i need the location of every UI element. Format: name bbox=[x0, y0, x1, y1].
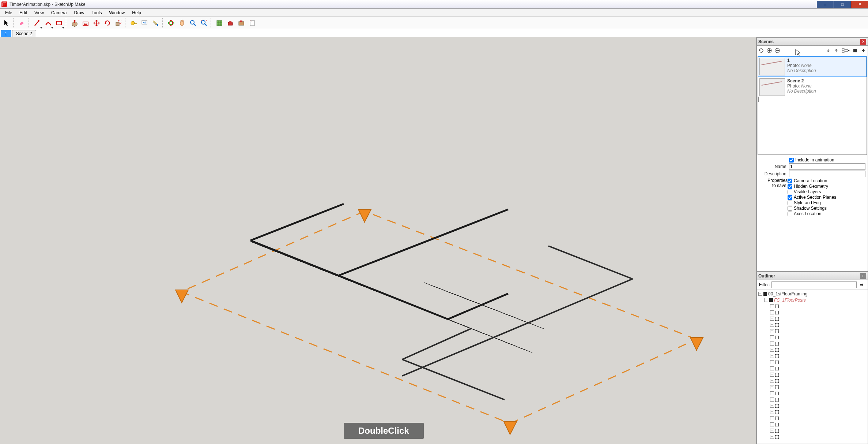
scene-move-down-button[interactable] bbox=[824, 47, 832, 54]
layout-tool[interactable] bbox=[247, 18, 257, 28]
expand-icon[interactable]: + bbox=[770, 342, 774, 346]
expand-icon[interactable]: + bbox=[770, 379, 774, 383]
menu-view[interactable]: View bbox=[31, 10, 48, 16]
prop-checkbox[interactable] bbox=[788, 212, 792, 216]
expand-icon[interactable]: + bbox=[770, 354, 774, 358]
tree-row[interactable]: –00_1stFloorFraming bbox=[758, 291, 866, 297]
tree-row[interactable]: + bbox=[758, 347, 866, 353]
tree-row[interactable]: + bbox=[758, 365, 866, 372]
arc-tool[interactable] bbox=[43, 18, 53, 28]
prop-checkbox[interactable] bbox=[788, 179, 792, 183]
scale-tool[interactable] bbox=[113, 18, 124, 28]
expand-icon[interactable]: + bbox=[770, 435, 774, 439]
expand-icon[interactable]: + bbox=[770, 404, 774, 408]
scene-menu-button[interactable] bbox=[852, 47, 859, 54]
geolocation-tool[interactable] bbox=[214, 18, 224, 28]
pushpull-tool[interactable] bbox=[69, 18, 80, 28]
tree-row[interactable]: + bbox=[758, 309, 866, 316]
extension-tool[interactable] bbox=[236, 18, 246, 28]
expand-icon[interactable]: + bbox=[770, 304, 774, 308]
tree-row[interactable]: + bbox=[758, 428, 866, 434]
move-tool[interactable] bbox=[91, 18, 102, 28]
tree-row[interactable]: + bbox=[758, 403, 866, 409]
maximize-button[interactable]: □ bbox=[834, 1, 851, 8]
expand-icon[interactable]: + bbox=[770, 366, 774, 370]
pan-tool[interactable] bbox=[177, 18, 187, 28]
eraser-tool[interactable] bbox=[17, 18, 27, 28]
tree-row[interactable]: + bbox=[758, 334, 866, 340]
tree-row[interactable]: + bbox=[758, 390, 866, 396]
menu-draw[interactable]: Draw bbox=[71, 10, 88, 16]
tree-row[interactable]: + bbox=[758, 316, 866, 322]
tree-row[interactable]: + bbox=[758, 372, 866, 378]
expand-icon[interactable]: + bbox=[770, 317, 774, 321]
tree-row[interactable]: –FC_1FloorPosts bbox=[758, 297, 866, 303]
tree-row[interactable]: + bbox=[758, 415, 866, 421]
text-tool[interactable]: A1 bbox=[140, 18, 150, 28]
prop-checkbox[interactable] bbox=[788, 190, 792, 194]
scene-view-button[interactable] bbox=[841, 47, 851, 54]
prop-checkbox[interactable] bbox=[788, 184, 792, 189]
shape-tool[interactable] bbox=[54, 18, 64, 28]
menu-camera[interactable]: Camera bbox=[48, 10, 71, 16]
tree-row[interactable]: + bbox=[758, 396, 866, 403]
scene-move-up-button[interactable] bbox=[833, 47, 840, 54]
expand-icon[interactable]: – bbox=[758, 292, 762, 296]
scene-name-input[interactable] bbox=[789, 163, 865, 170]
outliner-filter-input[interactable] bbox=[771, 281, 857, 288]
expand-icon[interactable]: + bbox=[770, 422, 774, 426]
scene-tab[interactable]: Scene 2 bbox=[12, 30, 36, 37]
line-tool[interactable] bbox=[32, 18, 42, 28]
scene-item[interactable]: 1 Photo: None No Description bbox=[758, 56, 867, 77]
tree-row[interactable]: + bbox=[758, 359, 866, 365]
expand-icon[interactable]: + bbox=[770, 373, 774, 377]
tree-row[interactable]: + bbox=[758, 303, 866, 309]
zoom-tool[interactable] bbox=[188, 18, 198, 28]
warehouse-tool[interactable] bbox=[225, 18, 235, 28]
prop-checkbox[interactable] bbox=[788, 195, 792, 200]
outliner-close-icon[interactable]: □ bbox=[860, 273, 866, 279]
expand-icon[interactable]: + bbox=[770, 385, 774, 389]
select-tool[interactable] bbox=[1, 18, 12, 28]
tree-row[interactable]: + bbox=[758, 409, 866, 415]
tree-row[interactable]: + bbox=[758, 384, 866, 390]
scene-desc-input[interactable] bbox=[789, 171, 865, 177]
close-button[interactable]: ✕ bbox=[851, 1, 868, 8]
expand-icon[interactable]: + bbox=[770, 391, 774, 395]
tape-tool[interactable] bbox=[129, 18, 139, 28]
scene-refresh-button[interactable] bbox=[758, 47, 765, 54]
rotate-tool[interactable] bbox=[102, 18, 113, 28]
zoom-extents-tool[interactable] bbox=[199, 18, 209, 28]
orbit-tool[interactable] bbox=[166, 18, 176, 28]
expand-icon[interactable]: + bbox=[770, 335, 774, 339]
tree-row[interactable]: + bbox=[758, 328, 866, 334]
menu-file[interactable]: File bbox=[1, 10, 16, 16]
tree-row[interactable]: + bbox=[758, 378, 866, 384]
scene-remove-button[interactable] bbox=[774, 47, 781, 54]
scenes-panel-close[interactable]: ✕ bbox=[860, 39, 866, 45]
outliner-details-button[interactable] bbox=[858, 281, 865, 288]
outliner-tree[interactable]: –00_1stFloorFraming–FC_1FloorPosts++++++… bbox=[757, 290, 868, 444]
tree-row[interactable]: + bbox=[758, 353, 866, 359]
expand-icon[interactable]: + bbox=[770, 398, 774, 402]
expand-icon[interactable]: + bbox=[770, 416, 774, 420]
menu-help[interactable]: Help bbox=[128, 10, 145, 16]
expand-icon[interactable]: + bbox=[770, 310, 774, 314]
menu-window[interactable]: Window bbox=[106, 10, 129, 16]
menu-tools[interactable]: Tools bbox=[88, 10, 106, 16]
offset-tool[interactable] bbox=[80, 18, 91, 28]
menu-edit[interactable]: Edit bbox=[16, 10, 31, 16]
scene-details-button[interactable] bbox=[860, 47, 867, 54]
tree-row[interactable]: + bbox=[758, 434, 866, 440]
expand-icon[interactable]: + bbox=[770, 360, 774, 364]
expand-icon[interactable]: + bbox=[770, 348, 774, 352]
prop-checkbox[interactable] bbox=[788, 201, 792, 205]
expand-icon[interactable]: – bbox=[764, 298, 768, 302]
expand-icon[interactable]: + bbox=[770, 410, 774, 414]
tree-row[interactable]: + bbox=[758, 322, 866, 328]
expand-icon[interactable]: + bbox=[770, 323, 774, 327]
include-animation-checkbox[interactable] bbox=[789, 158, 794, 163]
minimize-button[interactable]: – bbox=[817, 1, 834, 8]
expand-icon[interactable]: + bbox=[770, 429, 774, 433]
tree-row[interactable]: + bbox=[758, 421, 866, 428]
